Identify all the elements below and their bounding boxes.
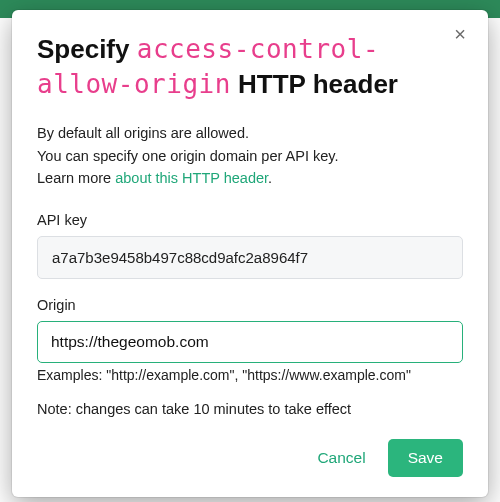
close-button[interactable]: × [448,22,472,46]
learn-more-suffix: . [268,170,272,186]
modal-description: By default all origins are allowed. You … [37,122,463,189]
modal-note: Note: changes can take 10 minutes to tak… [37,401,463,417]
origin-label: Origin [37,297,463,313]
modal-footer: Cancel Save [37,439,463,477]
api-key-label: API key [37,212,463,228]
learn-more-link[interactable]: about this HTTP header [115,170,268,186]
modal-title: Specify access-control-allow-origin HTTP… [37,32,463,102]
title-prefix: Specify [37,34,130,64]
title-suffix: HTTP header [238,69,398,99]
origin-input[interactable] [37,321,463,363]
close-icon: × [454,23,466,46]
cancel-button[interactable]: Cancel [313,441,369,475]
desc-line-1: By default all origins are allowed. [37,125,249,141]
acao-modal: × Specify access-control-allow-origin HT… [12,10,488,497]
learn-more-prefix: Learn more [37,170,115,186]
desc-line-2: You can specify one origin domain per AP… [37,148,338,164]
origin-examples: Examples: "http://example.com", "https:/… [37,367,463,383]
api-key-value: a7a7b3e9458b497c88cd9afc2a8964f7 [37,236,463,279]
save-button[interactable]: Save [388,439,463,477]
